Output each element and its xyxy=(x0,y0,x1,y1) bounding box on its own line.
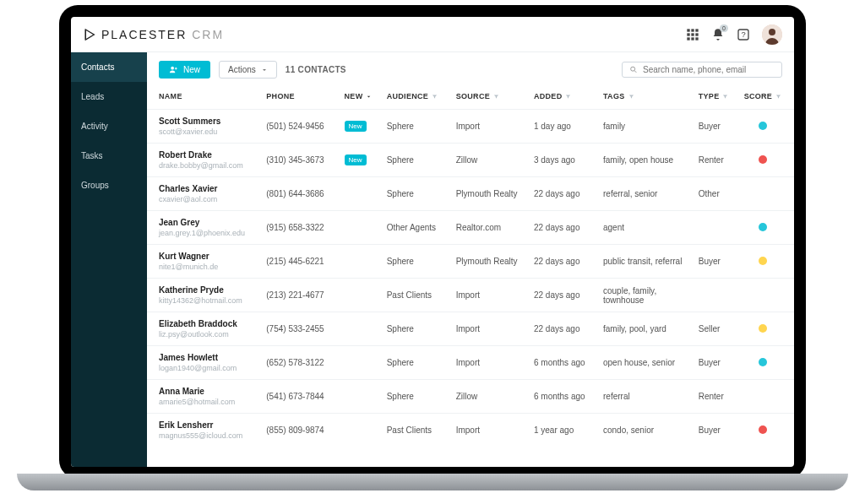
table-row[interactable]: Erik Lensherrmagnus555@icloud.com(855) 8… xyxy=(147,414,794,447)
contact-audience: Sphere xyxy=(387,122,414,131)
contact-email: nite1@munich.de xyxy=(159,263,253,271)
table-row[interactable]: Scott Summersscott@xavier.edu(501) 524-9… xyxy=(147,110,794,144)
notifications-button[interactable]: 0 xyxy=(711,28,725,41)
contact-phone: (754) 533-2455 xyxy=(266,324,324,333)
contact-name: Kurt Wagner xyxy=(159,252,253,261)
col-audience[interactable]: AUDIENCE xyxy=(387,92,438,100)
chevron-down-icon xyxy=(261,67,268,73)
contact-tags: family, pool, yard xyxy=(603,324,666,333)
svg-rect-7 xyxy=(691,37,694,40)
contact-email: liz.psy@outlook.com xyxy=(159,330,253,339)
actions-button[interactable]: Actions xyxy=(219,61,277,79)
contact-name: Jean Grey xyxy=(159,218,253,227)
contact-source: Import xyxy=(456,122,480,131)
apps-button[interactable] xyxy=(686,28,699,41)
contact-type: Renter xyxy=(699,155,724,165)
contact-name: Charles Xavier xyxy=(159,184,253,193)
contact-email: kitty14362@hotmail.com xyxy=(159,296,253,305)
search-input[interactable] xyxy=(643,65,775,74)
score-dot xyxy=(759,189,767,198)
brand: PLACESTER CRM xyxy=(83,28,224,41)
score-dot xyxy=(759,155,767,164)
score-dot xyxy=(759,223,767,231)
logo-icon xyxy=(83,28,96,41)
contact-tags: family, open house xyxy=(603,155,673,165)
contact-phone: (541) 673-7844 xyxy=(266,392,324,401)
table-row[interactable]: Charles Xaviercxavier@aol.com(801) 644-3… xyxy=(147,177,794,211)
col-new[interactable]: NEW xyxy=(345,92,373,100)
contact-added: 22 days ago xyxy=(534,324,580,333)
filter-icon xyxy=(628,94,634,100)
svg-rect-4 xyxy=(691,33,694,35)
sidebar-item-label: Activity xyxy=(81,122,108,131)
col-name[interactable]: NAME xyxy=(159,92,182,100)
col-phone[interactable]: PHONE xyxy=(266,92,295,100)
contact-source: Plymouth Realty xyxy=(456,189,518,198)
svg-rect-6 xyxy=(687,37,689,40)
sidebar-item-tasks[interactable]: Tasks xyxy=(71,141,147,171)
sidebar-item-activity[interactable]: Activity xyxy=(71,111,147,141)
contact-tags: referral xyxy=(603,392,630,401)
col-added[interactable]: ADDED xyxy=(534,92,572,100)
contact-phone: (801) 644-3686 xyxy=(266,189,324,198)
search-input-wrap[interactable] xyxy=(622,62,782,78)
contact-source: Zillow xyxy=(456,155,478,165)
filter-icon xyxy=(432,94,438,100)
svg-rect-8 xyxy=(695,37,698,40)
table-row[interactable]: Robert Drakedrake.bobby@gmail.com(310) 3… xyxy=(147,144,794,177)
svg-rect-0 xyxy=(687,29,689,31)
table-row[interactable]: Elizabeth Braddockliz.psy@outlook.com(75… xyxy=(147,312,794,346)
contact-source: Zillow xyxy=(456,392,478,401)
avatar[interactable] xyxy=(762,24,782,45)
col-type[interactable]: TYPE xyxy=(699,92,729,100)
table-row[interactable]: Katherine Prydekitty14362@hotmail.com(21… xyxy=(147,279,794,312)
contact-audience: Past Clients xyxy=(387,425,432,435)
contact-audience: Sphere xyxy=(387,155,414,165)
contacts-table: NAME PHONE NEW AUDIENCE SOURCE ADDED TAG… xyxy=(147,87,794,447)
filter-icon xyxy=(565,94,571,100)
svg-point-12 xyxy=(769,29,775,35)
col-source[interactable]: SOURCE xyxy=(456,92,499,100)
search-icon xyxy=(629,65,638,74)
contact-type: Buyer xyxy=(699,425,721,435)
apps-grid-icon xyxy=(686,28,699,41)
score-dot xyxy=(759,358,767,366)
col-score[interactable]: SCORE xyxy=(744,92,782,100)
table-row[interactable]: James Howlettlogan1940@gmail.com(652) 57… xyxy=(147,346,794,380)
new-button[interactable]: New xyxy=(159,61,210,79)
contact-email: scott@xavier.edu xyxy=(159,127,253,136)
actions-button-label: Actions xyxy=(228,65,256,74)
contact-email: drake.bobby@gmail.com xyxy=(159,161,253,170)
contact-source: Import xyxy=(456,290,480,300)
help-icon: ? xyxy=(737,28,750,41)
contact-added: 1 day ago xyxy=(534,122,571,131)
contact-name: Erik Lensherr xyxy=(159,420,253,430)
sidebar-item-groups[interactable]: Groups xyxy=(71,171,147,200)
score-dot xyxy=(759,257,767,265)
filter-icon xyxy=(493,94,499,100)
table-row[interactable]: Anna Marieamarie5@hotmail.com(541) 673-7… xyxy=(147,380,794,414)
contact-tags: open house, senior xyxy=(603,358,675,367)
contact-added: 22 days ago xyxy=(534,290,580,300)
main: New Actions 11 CONTACTS xyxy=(147,52,794,467)
svg-rect-1 xyxy=(691,29,694,31)
contact-phone: (215) 445-6221 xyxy=(266,257,324,266)
table-row[interactable]: Jean Greyjean.grey.1@phoenix.edu(915) 65… xyxy=(147,211,794,245)
contact-phone: (855) 809-9874 xyxy=(266,425,324,435)
table-row[interactable]: Kurt Wagnernite1@munich.de(215) 445-6221… xyxy=(147,245,794,279)
sidebar-item-label: Contacts xyxy=(81,62,114,72)
sidebar-item-contacts[interactable]: Contacts xyxy=(71,52,147,82)
contact-source: Realtor.com xyxy=(456,223,501,232)
new-button-label: New xyxy=(183,65,200,74)
contact-source: Plymouth Realty xyxy=(456,257,518,266)
col-tags[interactable]: TAGS xyxy=(603,92,634,100)
sidebar-item-leads[interactable]: Leads xyxy=(71,82,147,111)
contact-audience: Past Clients xyxy=(387,290,432,300)
contact-phone: (501) 524-9456 xyxy=(266,122,324,131)
svg-rect-2 xyxy=(695,29,698,31)
filter-icon xyxy=(722,94,728,100)
contact-tags: couple, family, townhouse xyxy=(603,286,656,305)
help-button[interactable]: ? xyxy=(737,28,750,41)
contact-audience: Other Agents xyxy=(387,223,436,232)
contact-email: logan1940@gmail.com xyxy=(159,364,253,372)
